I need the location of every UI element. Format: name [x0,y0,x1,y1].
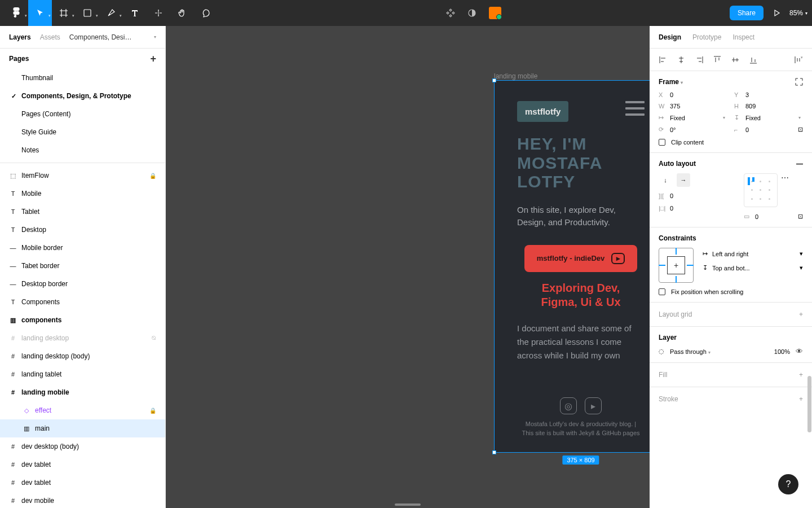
independent-corners-button[interactable]: ⊡ [798,126,803,133]
help-button[interactable]: ? [778,474,798,494]
layer-item[interactable]: TDesktop [0,221,165,239]
autolayout-settings-button[interactable]: ⋯ [781,173,789,182]
layer-item[interactable]: ▥components [0,311,165,329]
h-input[interactable] [745,103,779,110]
align-right-button[interactable] [695,55,704,64]
rotation-input[interactable] [670,126,704,133]
constraints-picker[interactable] [659,248,694,283]
layer-item[interactable]: #landing desktop (body) [0,347,165,365]
resources-tool[interactable] [147,0,170,26]
layer-item[interactable]: #landing tablet [0,365,165,383]
layer-item[interactable]: #landing mobile [0,383,165,401]
figma-menu-button[interactable]: ▾ [5,0,28,26]
rotate-icon: ⟳ [659,126,667,133]
opacity-input[interactable] [767,348,790,355]
padding-h-input[interactable] [670,205,704,212]
layer-item[interactable]: —Mobile border [0,239,165,257]
user-avatar[interactable] [489,7,501,19]
alignment-box[interactable] [744,173,778,207]
pen-tool[interactable]: ▾ [99,0,123,26]
right-scrollbar[interactable] [807,376,811,432]
frame-icon: # [9,443,17,450]
page-item[interactable]: Notes [0,141,165,159]
layer-item[interactable]: TMobile [0,185,165,203]
components-button[interactable] [446,8,455,17]
constraint-h-select[interactable]: ↦Left and right▾ [703,250,803,257]
design-tab[interactable]: Design [659,33,681,41]
layer-item[interactable]: #landing desktop⦰ [0,329,165,347]
layer-item[interactable]: ⬚ ItemFlow🔒 [0,167,165,185]
layer-item[interactable]: ◇effect🔒 [0,401,165,419]
y-input[interactable] [745,91,779,98]
constraint-v-select[interactable]: ↧Top and bot...▾ [703,264,803,271]
resize-to-fit-button[interactable] [795,78,803,86]
present-button[interactable] [773,9,780,17]
distribute-button[interactable]: ▾ [794,55,803,64]
fix-scroll-checkbox[interactable] [659,288,665,295]
horizontal-direction-button[interactable]: → [677,173,690,187]
layers-tab[interactable]: Layers [9,33,31,41]
line-icon: — [9,280,17,288]
frame-icon: # [9,388,17,396]
page-item[interactable]: Thumbnail [0,69,165,87]
padding-individual-button[interactable]: ⊡ [798,213,803,220]
h-mode-select[interactable]: ↧Fixed▾ [734,114,803,121]
padding-v-input[interactable] [755,213,789,220]
layer-item-selected[interactable]: ▥main [0,419,165,437]
mask-button[interactable] [467,8,476,17]
shape-tool[interactable]: ▾ [76,0,99,26]
artboard-landing-mobile[interactable]: 375 × 809 mstflotfy HEY, I'M MOSTAFA LOT… [494,80,650,453]
w-input[interactable] [670,103,704,110]
add-layout-grid-button[interactable]: + [799,310,803,318]
clip-content-checkbox[interactable] [659,139,665,146]
align-v-center-button[interactable] [731,55,740,64]
lock-icon[interactable]: 🔒 [149,173,156,179]
layer-item[interactable]: #dev mobile [0,492,165,508]
layer-item[interactable]: #dev tablet [0,456,165,474]
zoom-control[interactable]: 85%▾ [789,9,807,17]
align-bottom-button[interactable] [749,55,758,64]
footer-text: Mostafa Lotfy's dev & productivity blog.… [517,420,645,437]
frame-section-header[interactable]: Frame ▾ [659,78,683,86]
layer-item[interactable]: —Desktop border [0,275,165,293]
hand-tool[interactable] [170,0,194,26]
gap-input[interactable] [670,192,704,199]
text-icon: T [9,208,17,216]
frame-label[interactable]: landing mobile [494,72,537,80]
add-stroke-button[interactable]: + [799,395,803,403]
corner-input[interactable] [745,126,779,133]
layer-item[interactable]: —Tabet border [0,257,165,275]
page-item[interactable]: Pages (Content) [0,105,165,123]
blend-mode-select[interactable]: Pass through ▾ [670,348,710,355]
visibility-toggle[interactable]: 👁 [796,347,803,356]
prototype-tab[interactable]: Prototype [692,33,721,41]
layer-item[interactable]: TTablet [0,203,165,221]
comment-tool[interactable] [194,0,218,26]
autolayout-icon: ▥ [23,424,30,432]
align-top-button[interactable] [713,55,722,64]
align-h-center-button[interactable] [677,55,686,64]
vertical-direction-button[interactable]: ↓ [659,173,672,187]
page-dropdown[interactable]: Components, Design, & Pr... [69,33,135,41]
page-item[interactable]: Style Guide [0,123,165,141]
hidden-icon[interactable]: ⦰ [152,335,156,342]
add-page-button[interactable]: + [150,53,156,65]
layer-item[interactable]: #dev tablet [0,474,165,492]
w-mode-select[interactable]: ↦Fixed▾ [659,114,727,121]
x-input[interactable] [670,91,704,98]
lock-icon[interactable]: 🔒 [149,408,156,414]
remove-autolayout-button[interactable]: — [796,160,803,168]
add-fill-button[interactable]: + [799,371,803,379]
move-tool[interactable]: ▾ [28,0,52,26]
assets-tab[interactable]: Assets [40,33,60,41]
inspect-tab[interactable]: Inspect [732,33,754,41]
canvas[interactable]: landing mobile 375 × 809 mstflotfy HEY, … [166,26,650,508]
layer-item[interactable]: #dev desktop (body) [0,437,165,456]
share-button[interactable]: Share [730,6,764,20]
text-tool[interactable] [123,0,147,26]
page-item[interactable]: Components, Design, & Prototype [0,87,165,105]
align-left-button[interactable] [659,55,668,64]
layer-item[interactable]: TComponents [0,293,165,311]
canvas-grab-handle[interactable] [395,503,421,506]
frame-tool[interactable]: ▾ [52,0,76,26]
